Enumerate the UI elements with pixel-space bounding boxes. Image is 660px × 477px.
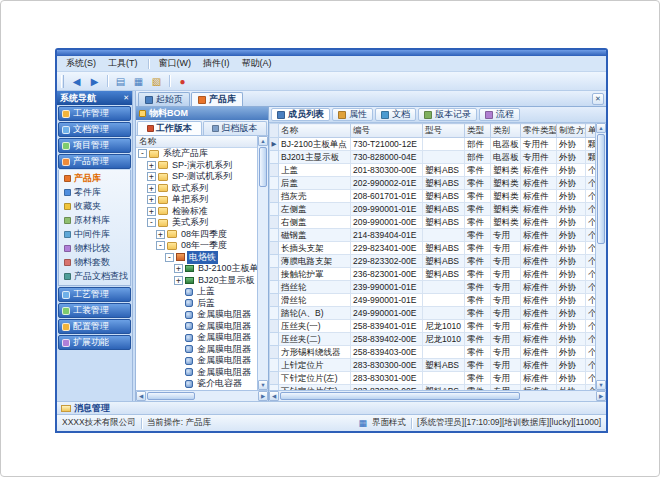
- table-row[interactable]: 接触轮护罩236-823001-00E塑料ABS零件专用标准件外协个: [270, 268, 596, 281]
- table-row[interactable]: 方形锡料绕线器258-839403-00E零件专用标准件外协个: [270, 346, 596, 359]
- expand-icon[interactable]: +: [156, 230, 165, 239]
- table-row[interactable]: 长插头支架229-823401-00E塑料ABS零件专用标准件外协个: [270, 242, 596, 255]
- scroll-track[interactable]: [596, 133, 606, 380]
- nav-item-7[interactable]: 物料套数: [59, 256, 130, 269]
- version-tab-1[interactable]: 工作版本: [137, 121, 202, 135]
- scroll-up-icon[interactable]: ▲: [258, 136, 268, 146]
- column-header-5[interactable]: 类别: [491, 124, 521, 138]
- column-header-3[interactable]: 型号: [423, 124, 465, 138]
- expand-icon[interactable]: +: [147, 172, 156, 181]
- scroll-thumb[interactable]: [597, 134, 605, 244]
- table-row[interactable]: 挡灰壳208-601701-01E塑料ABS零件塑料类标准件外协个: [270, 190, 596, 203]
- nav-close-icon[interactable]: ✕: [123, 94, 129, 102]
- tree-column-header[interactable]: 名称: [136, 136, 257, 148]
- expand-icon[interactable]: +: [147, 195, 156, 204]
- scroll-down-icon[interactable]: ▼: [258, 380, 268, 390]
- nav-item-1[interactable]: 产品库: [59, 172, 130, 185]
- tree-node-21[interactable]: 瓷介电容器: [136, 378, 257, 390]
- forward-icon[interactable]: ▶: [87, 74, 102, 89]
- table-row[interactable]: 后盖202-990002-01E塑料ABS零件塑料类标准件外协个: [270, 177, 596, 190]
- detail-tab-5[interactable]: 流程: [479, 108, 520, 121]
- status-style-selector[interactable]: 界面样式: [372, 417, 406, 429]
- detail-tab-4[interactable]: 版本记录: [418, 108, 477, 121]
- collapse-icon[interactable]: -: [138, 149, 147, 158]
- scroll-track[interactable]: [279, 391, 596, 401]
- column-header-8[interactable]: 单位: [586, 124, 596, 138]
- table-vertical-scrollbar[interactable]: ▲ ▼: [595, 123, 606, 390]
- expand-icon[interactable]: +: [147, 207, 156, 216]
- column-header-6[interactable]: 零件类型: [521, 124, 557, 138]
- table-row[interactable]: 下针定位片(左)283-830301-00E零件专用标准件外协个: [270, 372, 596, 385]
- column-header-7[interactable]: 制造方式: [557, 124, 586, 138]
- scroll-thumb[interactable]: [280, 392, 520, 400]
- scroll-up-icon[interactable]: ▲: [596, 123, 606, 133]
- nav-group-2[interactable]: 文档管理: [58, 122, 131, 137]
- table-row[interactable]: 右侧盖209-990001-00E塑料ABS零件塑料类标准件外协个: [270, 216, 596, 229]
- nav-item-6[interactable]: 物料比较: [59, 242, 130, 255]
- scroll-track[interactable]: [258, 146, 268, 380]
- table-row[interactable]: ▶BJ-2100主板单点730-T21000-12E部件电器板专用件外协颗: [270, 138, 596, 151]
- table-row[interactable]: 滑丝轮249-990001-01E零件专用标准件外协个: [270, 294, 596, 307]
- table-row[interactable]: 左侧盖209-990001-01E塑料ABS零件塑料类标准件外协个: [270, 203, 596, 216]
- detail-tab-3[interactable]: 文档: [375, 108, 416, 121]
- detail-tab-2[interactable]: 属性: [332, 108, 373, 121]
- nav-item-5[interactable]: 中间件库: [59, 228, 130, 241]
- table-row[interactable]: BJ201主显示板730-828000-04E部件电器板专用件外协颗: [270, 151, 596, 164]
- tree-horizontal-scrollbar[interactable]: ◀ ▶: [136, 390, 268, 401]
- scroll-left-icon[interactable]: ◀: [269, 391, 279, 401]
- document-tab-2[interactable]: 产品库: [191, 92, 243, 106]
- expand-icon[interactable]: +: [174, 276, 183, 285]
- detail-tab-1[interactable]: 成员列表: [271, 108, 330, 121]
- table-row[interactable]: 上盖201-830300-00E塑料ABS零件塑料类标准件外协个: [270, 164, 596, 177]
- table-row[interactable]: 上针定位片283-830300-00E塑料ABS零件专用标准件外协个: [270, 359, 596, 372]
- table-row[interactable]: 压丝夹(一)258-839401-01E尼龙1010零件专用标准件外协个: [270, 320, 596, 333]
- table-row[interactable]: 磁钢盖214-839404-01E零件专用标准件外协个: [270, 229, 596, 242]
- collapse-icon[interactable]: -: [156, 241, 165, 250]
- nav-group-4[interactable]: 产品管理: [58, 154, 131, 169]
- nav-group-1[interactable]: 工作管理: [58, 106, 131, 121]
- document-tab-1[interactable]: 起始页: [138, 92, 190, 106]
- nav-group-8[interactable]: 扩展功能: [58, 335, 131, 350]
- back-icon[interactable]: ◀: [69, 74, 84, 89]
- table-row[interactable]: 踏轮(A、B)249-990001-00E零件专用标准件外协个: [270, 307, 596, 320]
- expand-icon[interactable]: +: [147, 184, 156, 193]
- table-row[interactable]: 挡丝轮239-990001-01E零件专用标准件外协个: [270, 281, 596, 294]
- collapse-icon[interactable]: -: [147, 218, 156, 227]
- column-header-2[interactable]: 编号: [351, 124, 423, 138]
- table-row[interactable]: 压丝夹(二)258-839402-00E尼龙1010零件专用标准件外协个: [270, 333, 596, 346]
- folder-icon[interactable]: ▧: [149, 74, 164, 89]
- expand-icon[interactable]: +: [147, 161, 156, 170]
- column-header-4[interactable]: 类型: [465, 124, 491, 138]
- nav-item-8[interactable]: 产品文档查找: [59, 270, 130, 283]
- nav-item-2[interactable]: 零件库: [59, 186, 130, 199]
- scroll-left-icon[interactable]: ◀: [136, 391, 146, 401]
- menu-item-4[interactable]: 插件(I): [198, 56, 235, 71]
- scroll-thumb[interactable]: [147, 392, 195, 400]
- close-tab-icon[interactable]: ✕: [592, 93, 604, 105]
- nav-group-6[interactable]: 工装管理: [58, 303, 131, 318]
- nav-group-7[interactable]: 配置管理: [58, 319, 131, 334]
- scroll-right-icon[interactable]: ▶: [596, 391, 606, 401]
- stop-icon[interactable]: ●: [175, 74, 190, 89]
- version-tab-2[interactable]: 归档版本: [203, 121, 268, 135]
- scroll-right-icon[interactable]: ▶: [258, 391, 268, 401]
- nav-item-4[interactable]: 原材料库: [59, 214, 130, 227]
- scroll-thumb[interactable]: [259, 147, 267, 187]
- scroll-down-icon[interactable]: ▼: [596, 380, 606, 390]
- nav-item-3[interactable]: 收藏夹: [59, 200, 130, 213]
- collapse-icon[interactable]: -: [165, 253, 174, 262]
- table-row[interactable]: 薄膜电路支架229-823302-00E塑料ABS零件专用标准件外协个: [270, 255, 596, 268]
- tree-vertical-scrollbar[interactable]: ▲ ▼: [257, 136, 268, 390]
- table-horizontal-scrollbar[interactable]: ◀ ▶: [269, 390, 606, 401]
- nav-group-5[interactable]: 工艺管理: [58, 287, 131, 302]
- message-bar-label[interactable]: 消息管理: [74, 402, 110, 415]
- menu-item-5[interactable]: 帮助(A): [237, 56, 277, 71]
- column-header-1[interactable]: 名称: [279, 124, 351, 138]
- scroll-track[interactable]: [146, 391, 258, 401]
- nav-group-3[interactable]: 项目管理: [58, 138, 131, 153]
- menu-item-3[interactable]: 窗口(W): [154, 56, 197, 71]
- grid-icon[interactable]: ▦: [131, 74, 146, 89]
- menu-item-2[interactable]: 工具(T): [103, 56, 143, 71]
- menu-item-1[interactable]: 系统(S): [61, 56, 101, 71]
- expand-icon[interactable]: +: [174, 264, 183, 273]
